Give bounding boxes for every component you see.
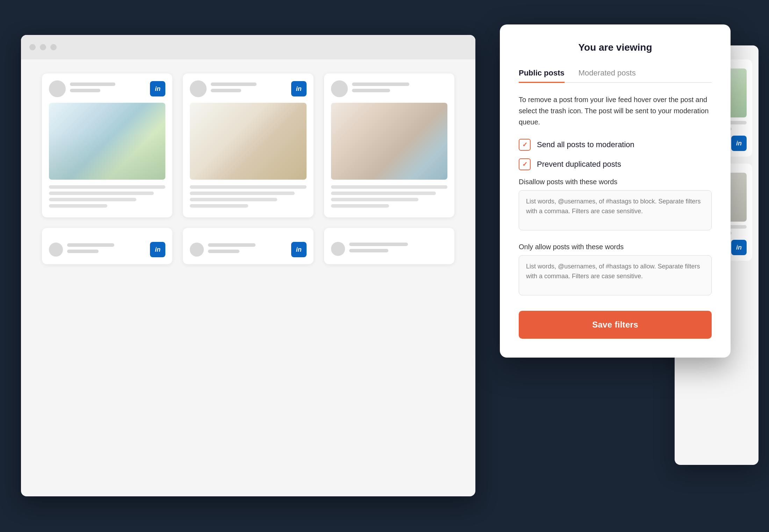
avatar-lines bbox=[208, 243, 287, 256]
post-card-2: in bbox=[183, 73, 313, 217]
avatar-lines bbox=[67, 243, 146, 256]
avatar-lines bbox=[70, 82, 146, 95]
post-card-header: in bbox=[49, 80, 165, 97]
linkedin-badge: in bbox=[291, 242, 307, 257]
browser-toolbar bbox=[21, 35, 475, 59]
post-image-office bbox=[49, 103, 165, 180]
checkbox-label-prevent-dup: Prevent duplicated posts bbox=[537, 160, 621, 169]
modal-title: You are viewing bbox=[519, 42, 712, 53]
checkbox-row-send-all[interactable]: ✓ Send all posts to moderation bbox=[519, 139, 712, 151]
post-card-5: in bbox=[183, 228, 313, 264]
post-card-6 bbox=[324, 228, 454, 264]
checkbox-send-all[interactable]: ✓ bbox=[519, 139, 531, 151]
post-card-1: in bbox=[42, 73, 172, 217]
tabs-container: Public posts Moderated posts bbox=[519, 64, 712, 83]
avatar-lines bbox=[352, 82, 447, 95]
post-card-4: in bbox=[42, 228, 172, 264]
check-icon-send-all: ✓ bbox=[522, 141, 527, 149]
post-card-footer bbox=[331, 242, 447, 256]
post-text-lines bbox=[190, 185, 306, 208]
linkedin-badge: in bbox=[291, 81, 307, 96]
linkedin-badge: in bbox=[731, 240, 747, 255]
avatar bbox=[190, 243, 204, 257]
browser-content: in in bbox=[21, 59, 475, 278]
post-image-interior bbox=[331, 103, 447, 180]
browser-dot-2 bbox=[40, 44, 46, 50]
linkedin-badge: in bbox=[150, 242, 165, 257]
checkbox-prevent-dup[interactable]: ✓ bbox=[519, 158, 531, 170]
post-image-notebook bbox=[190, 103, 306, 180]
tab-moderated-posts[interactable]: Moderated posts bbox=[578, 64, 636, 83]
post-text-lines bbox=[331, 185, 447, 208]
checkbox-label-send-all: Send all posts to moderation bbox=[537, 140, 634, 149]
browser-dot-1 bbox=[29, 44, 36, 50]
allow-label: Only allow posts with these words bbox=[519, 243, 712, 251]
check-icon-prevent-dup: ✓ bbox=[522, 160, 527, 168]
allow-section: Only allow posts with these words bbox=[519, 243, 712, 297]
linkedin-badge: in bbox=[150, 81, 165, 96]
save-filters-button[interactable]: Save filters bbox=[519, 311, 712, 339]
allow-textarea[interactable] bbox=[519, 255, 712, 295]
post-card-footer: in bbox=[49, 242, 165, 257]
post-card-footer: in bbox=[190, 242, 306, 257]
linkedin-badge: in bbox=[731, 136, 747, 151]
avatar bbox=[331, 242, 345, 256]
disallow-label: Disallow posts with these words bbox=[519, 178, 712, 186]
tab-public-posts[interactable]: Public posts bbox=[519, 64, 565, 83]
avatar-lines bbox=[211, 82, 287, 95]
checkbox-row-prevent-dup[interactable]: ✓ Prevent duplicated posts bbox=[519, 158, 712, 170]
background-browser: in in bbox=[21, 35, 475, 496]
post-text-lines bbox=[49, 185, 165, 208]
avatar bbox=[331, 80, 348, 97]
post-card-header: in bbox=[190, 80, 306, 97]
avatar bbox=[49, 243, 63, 257]
avatar-lines bbox=[349, 243, 447, 255]
avatar bbox=[49, 80, 66, 97]
avatar bbox=[190, 80, 207, 97]
post-card-header bbox=[331, 80, 447, 97]
post-card-3 bbox=[324, 73, 454, 217]
disallow-textarea[interactable] bbox=[519, 190, 712, 230]
browser-dot-3 bbox=[50, 44, 57, 50]
modal-description: To remove a post from your live feed hov… bbox=[519, 94, 712, 128]
disallow-section: Disallow posts with these words bbox=[519, 178, 712, 232]
modal-panel: You are viewing Public posts Moderated p… bbox=[500, 24, 731, 358]
